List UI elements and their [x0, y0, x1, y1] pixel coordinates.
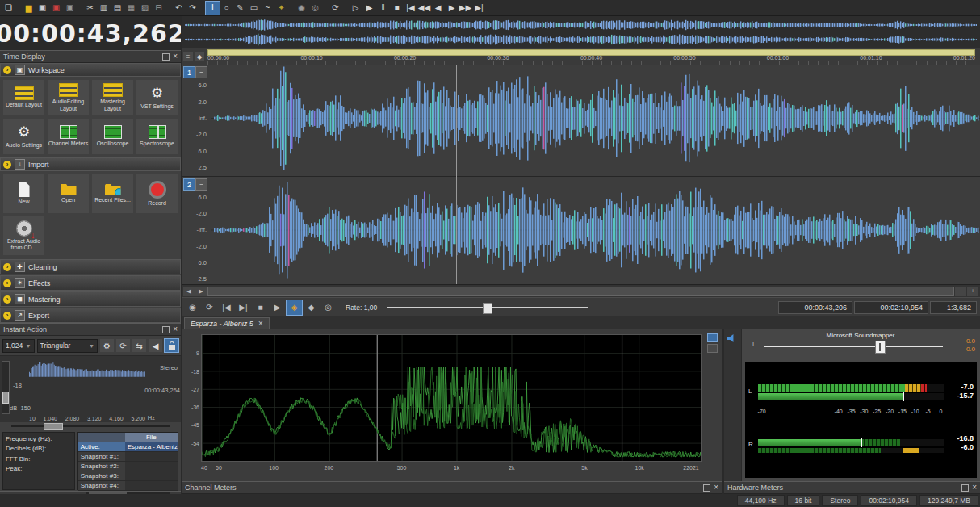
zoom-out-icon[interactable]: − — [955, 287, 966, 296]
balance-slider-handle[interactable] — [875, 341, 886, 354]
loop-playback-button[interactable]: ⟳ — [202, 300, 217, 315]
channel-2[interactable]: 2 − 2.56.0-2.0-inf.-2.06.02.5 — [182, 176, 980, 283]
envelope-tool-icon[interactable]: ~ — [261, 2, 274, 15]
zoom-in-icon[interactable]: + — [967, 287, 978, 296]
channel-1-waveform[interactable] — [211, 65, 980, 172]
import-button[interactable]: Extract Audio from CD... — [3, 216, 44, 255]
slider-handle[interactable] — [44, 423, 63, 430]
mix-icon[interactable]: ▧ — [138, 2, 152, 15]
float-window-icon[interactable] — [961, 484, 969, 492]
scrub-button[interactable]: ◈ — [287, 300, 302, 315]
cut-icon[interactable]: ✂ — [83, 2, 97, 15]
table-row[interactable]: Active: Esparza - Albeniz — [78, 442, 178, 452]
section-header-import[interactable]: › ↓ Import — [0, 157, 181, 171]
collapse-arrow-icon[interactable]: › — [3, 295, 11, 304]
rewind-icon[interactable]: ◀◀ — [417, 2, 431, 15]
float-window-icon[interactable] — [703, 484, 710, 492]
refresh-button[interactable]: ⟳ — [116, 339, 130, 352]
workspace-button[interactable]: Channel Meters — [48, 119, 89, 154]
undo-icon[interactable]: ↶ — [172, 2, 186, 15]
ruler-menu-icon[interactable]: ≡ — [183, 52, 193, 61]
stop-icon[interactable]: ■ — [390, 2, 404, 15]
close-icon[interactable]: × — [173, 326, 178, 333]
separator[interactable] — [288, 2, 295, 15]
import-button[interactable]: Open — [48, 174, 89, 213]
workspace-button[interactable]: VST Settings — [136, 80, 178, 115]
cm-toolbar-button[interactable] — [707, 344, 718, 353]
overview-playhead[interactable] — [429, 16, 429, 48]
open-file-icon[interactable]: ▆ — [22, 2, 36, 15]
table-row[interactable]: Snapshot #4: — [78, 481, 178, 491]
waveform-editor[interactable]: 1 − 2.56.0-2.0-inf.-2.06.02.5 2 − 2.56.0… — [182, 65, 980, 284]
separator[interactable] — [77, 2, 83, 15]
separator[interactable] — [165, 2, 172, 15]
table-row[interactable]: Snapshot #2: — [78, 462, 178, 471]
play-button[interactable]: ▶ — [270, 300, 285, 315]
ruler-marker-icon[interactable]: ◆ — [195, 52, 204, 61]
smart-tool-icon[interactable]: ✦ — [274, 2, 288, 15]
paste-special-icon[interactable]: ▦ — [124, 2, 138, 15]
rate-slider[interactable] — [387, 307, 588, 308]
workspace-button[interactable]: AudioEditing Layout — [48, 80, 89, 115]
save-all-icon[interactable]: ▣ — [63, 2, 77, 15]
step-back-icon[interactable]: ◀ — [431, 2, 445, 15]
section-header-collapsed[interactable]: › ◼ Mastering — [0, 291, 181, 307]
snapshot-button[interactable]: ◎ — [320, 300, 336, 315]
document-tab[interactable]: Esparza - Albeniz 5 × — [184, 317, 270, 329]
workspace-button[interactable]: Oscilloscope — [92, 119, 133, 154]
marker-button[interactable]: ◆ — [304, 300, 319, 315]
cm-toolbar-button[interactable] — [707, 333, 718, 342]
channel-minimize-button[interactable]: − — [195, 178, 207, 191]
speaker-icon[interactable] — [727, 334, 737, 342]
magnify-tool-icon[interactable]: ○ — [220, 2, 233, 15]
sonogram-button[interactable]: ◀ — [149, 339, 162, 352]
save-as-icon[interactable]: ▣ — [49, 2, 63, 15]
separator[interactable] — [199, 2, 206, 15]
lock-button[interactable] — [165, 339, 178, 352]
editor-scrollbar[interactable]: ◀ ▶ − + — [182, 284, 980, 297]
slider-handle[interactable] — [2, 392, 9, 404]
new-file-icon[interactable]: ❏ — [2, 2, 15, 15]
close-icon[interactable]: × — [258, 321, 263, 327]
section-header-collapsed[interactable]: › ✚ Cleaning — [0, 259, 181, 274]
spectrum-horizontal-slider[interactable] — [0, 422, 181, 430]
spectrum-vertical-slider[interactable] — [2, 361, 10, 414]
step-forward-icon[interactable]: ▶ — [445, 2, 459, 15]
go-to-end-icon[interactable]: ▶| — [472, 2, 486, 15]
record-remote-icon[interactable]: ◉ — [295, 2, 308, 15]
channel-number-badge[interactable]: 1 — [183, 66, 195, 78]
collapse-arrow-icon[interactable]: › — [3, 279, 11, 287]
table-row[interactable]: Snapshot #1: — [78, 452, 178, 462]
time-ruler[interactable]: ≡◆ 00:00:0000:00:1000:00:2000:00:3000:00… — [182, 48, 980, 65]
copy-icon[interactable]: ▥ — [97, 2, 111, 15]
separator[interactable] — [342, 2, 349, 15]
waveform-overview[interactable] — [182, 16, 980, 49]
close-icon[interactable]: × — [173, 53, 178, 60]
pencil-tool-icon[interactable]: ✎ — [233, 2, 247, 15]
import-button[interactable]: Record — [136, 174, 178, 213]
go-to-start-button[interactable]: |◀ — [219, 300, 234, 315]
scroll-left-icon[interactable]: ◀ — [183, 287, 195, 296]
channel-minimize-button[interactable]: − — [195, 66, 207, 78]
float-window-icon[interactable] — [162, 53, 170, 61]
collapse-arrow-icon[interactable]: › — [3, 66, 11, 74]
section-header-collapsed[interactable]: › ↗ Export — [0, 308, 181, 323]
collapse-arrow-icon[interactable]: › — [3, 312, 11, 320]
section-header-workspace[interactable]: › ▣ Workspace — [0, 63, 181, 77]
go-to-end-button[interactable]: ▶| — [236, 300, 251, 315]
paste-icon[interactable]: ▤ — [111, 2, 124, 15]
close-icon[interactable]: × — [714, 484, 718, 491]
workspace-button[interactable]: Spectroscope — [136, 119, 178, 154]
rate-slider-handle[interactable] — [483, 303, 492, 314]
workspace-button[interactable]: Mastering Layout — [92, 80, 133, 115]
fast-forward-icon[interactable]: ▶▶ — [459, 2, 472, 15]
workspace-button[interactable]: Default Layout — [3, 80, 44, 115]
float-window-icon[interactable] — [162, 326, 170, 333]
playhead-cursor[interactable] — [456, 65, 457, 284]
separator[interactable] — [15, 2, 22, 15]
scrollbar-thumb[interactable] — [207, 287, 954, 296]
redo-icon[interactable]: ↷ — [186, 2, 199, 15]
channel-1[interactable]: 1 − 2.56.0-2.0-inf.-2.06.02.5 — [182, 65, 980, 172]
stop-button[interactable]: ■ — [253, 300, 268, 315]
spectrum-graph[interactable]: -18 dB -150 Stereo 00:00:43,264 101,0402… — [0, 355, 181, 422]
